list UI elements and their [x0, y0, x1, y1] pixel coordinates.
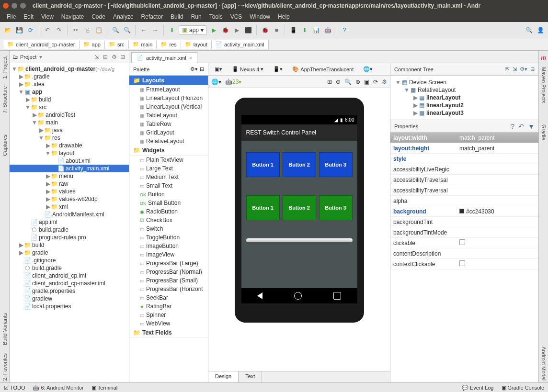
monitor-icon[interactable]: 📊	[311, 25, 321, 35]
debug-icon[interactable]: 🐞	[220, 25, 230, 35]
search-everywhere-icon[interactable]: 🔍	[524, 25, 534, 35]
crumb-app[interactable]: 📁app	[79, 40, 105, 49]
property-row[interactable]: accessibilityLiveRegic	[390, 164, 538, 175]
editor-tab-activity-main[interactable]: 📄 activity_main.xml ×	[131, 52, 197, 63]
text-tab[interactable]: Text	[239, 371, 262, 382]
component-node[interactable]: ▼▦RelativeLayout	[393, 86, 536, 94]
tree-node[interactable]: ▶📁androidTest	[10, 111, 129, 119]
tree-node[interactable]: 📄.gitignore	[10, 257, 129, 264]
tree-node[interactable]: 📄gradlew	[10, 295, 129, 302]
redo-icon[interactable]: ↷	[54, 25, 64, 35]
todo-tab[interactable]: ☑ TODO	[4, 385, 25, 391]
palette-item[interactable]: ▦LinearLayout (Horizon	[129, 94, 208, 102]
button-3b[interactable]: Button 3	[319, 195, 353, 220]
copy-icon[interactable]: ⎘	[82, 25, 92, 35]
palette-item[interactable]: ▭Switch	[129, 224, 208, 233]
menu-tools[interactable]: Tools	[206, 12, 227, 21]
minimize-window-button[interactable]	[11, 3, 17, 9]
tree-node[interactable]: ▼📁res	[10, 134, 129, 142]
tree-node[interactable]: 📄client_android_cp-master.iml	[10, 280, 129, 287]
stop-icon[interactable]: ■	[272, 25, 281, 35]
tree-node[interactable]: ▶📁raw	[10, 180, 129, 188]
cut-icon[interactable]: ✂	[71, 25, 80, 35]
tree-node[interactable]: 📄gradle.properties	[10, 287, 129, 295]
component-node[interactable]: ▼▦Device Screen	[393, 78, 536, 86]
android-icon[interactable]: 🤖	[323, 25, 332, 35]
component-node[interactable]: ▶▦linearLayout	[393, 94, 536, 101]
run-config-selector[interactable]: ▣ app ▾	[179, 25, 207, 35]
close-tab-icon[interactable]: ×	[189, 55, 192, 61]
palette-item[interactable]: ▭ProgressBar (Small)	[129, 276, 208, 285]
user-icon[interactable]: 👤	[536, 25, 545, 35]
tab-captures[interactable]: Captures	[1, 133, 9, 158]
viewport-icon[interactable]: ▣▾	[211, 65, 226, 74]
gear-icon[interactable]: ⚙	[382, 78, 387, 85]
menu-view[interactable]: View	[37, 12, 57, 21]
property-row[interactable]: layout:heightmatch_parent	[390, 143, 538, 154]
property-row[interactable]: background#cc243030	[390, 206, 538, 217]
layout-prefs-icon[interactable]: ▣	[364, 78, 369, 85]
menu-window[interactable]: Window	[246, 12, 274, 21]
palette-item[interactable]: OKButton	[129, 190, 208, 199]
tab-maven[interactable]: Maven Projects	[540, 65, 548, 105]
tree-node[interactable]: 📄client_android_cp.iml	[10, 272, 129, 280]
locale-icon[interactable]: 🌐▾	[360, 65, 376, 74]
tree-node[interactable]: ⬡build.gradle	[10, 226, 129, 234]
tree-node[interactable]: ▼▣app	[10, 88, 129, 96]
tab-project[interactable]: 1: Project	[1, 55, 9, 80]
property-row[interactable]: backgroundTint	[390, 217, 538, 227]
palette-item[interactable]: ▦TableLayout	[129, 111, 208, 120]
palette-item[interactable]: ▦GridLayout	[129, 128, 208, 137]
event-log-tab[interactable]: 💬 Event Log	[462, 385, 494, 391]
palette-item[interactable]: ▦LinearLayout (Vertical	[129, 102, 208, 111]
tab-favorites[interactable]: 2: Favorites	[1, 351, 9, 382]
palette-item[interactable]: ▭Spinner	[129, 311, 208, 319]
android-monitor-tab[interactable]: 🤖 6: Android Monitor	[33, 385, 83, 391]
forward-icon[interactable]: →	[150, 25, 160, 35]
zoom-reset-icon[interactable]: 🔍	[344, 78, 352, 85]
fit-icon[interactable]: ⊞	[327, 78, 332, 85]
tree-node[interactable]: ▶📁build	[10, 241, 129, 249]
menu-build[interactable]: Build	[167, 12, 187, 21]
sdk-icon[interactable]: ⬇	[300, 25, 309, 35]
palette-list[interactable]: 📁Layouts ▦FrameLayout▦LinearLayout (Hori…	[129, 76, 208, 382]
menu-run[interactable]: Run	[187, 12, 206, 21]
zoom-in-icon[interactable]: ⊕	[355, 78, 360, 85]
zoom-out-icon[interactable]: ⊖	[336, 78, 341, 85]
orientation-icon[interactable]: 📱▾	[270, 65, 286, 74]
attach-icon[interactable]: 🐞	[260, 25, 270, 35]
palette-item[interactable]: ★RatingBar	[129, 302, 208, 311]
tree-node[interactable]: 📄proguard-rules.pro	[10, 234, 129, 241]
palette-item[interactable]: ▭Small Text	[129, 181, 208, 190]
rollback-icon[interactable]: ↶	[518, 123, 524, 130]
palette-item[interactable]: ☑CheckBox	[129, 216, 208, 224]
tree-node[interactable]: ▶📁gradle	[10, 249, 129, 257]
palette-item[interactable]: ▦FrameLayout	[129, 85, 208, 94]
menu-navigate[interactable]: Navigate	[57, 12, 88, 21]
tree-node[interactable]: 📄about.xml	[10, 157, 129, 165]
help-icon[interactable]: ?	[511, 123, 514, 130]
property-row[interactable]: alpha	[390, 196, 538, 206]
gear-icon[interactable]: ⚙▾	[190, 66, 198, 72]
menu-help[interactable]: Help	[274, 12, 294, 21]
gear-icon[interactable]: ⚙	[111, 54, 117, 60]
palette-item[interactable]: ▭WebView	[129, 319, 208, 328]
palette-cat-textfields[interactable]: 📁Text Fields	[129, 328, 208, 338]
palette-item[interactable]: ▦TableRow	[129, 120, 208, 128]
project-tree[interactable]: ▼📁client_android_cp-master (~/dev/g▶📁.gr…	[10, 63, 129, 382]
device-selector[interactable]: 📱 Nexus 4▾	[228, 65, 267, 74]
palette-item[interactable]: ▭Medium Text	[129, 173, 208, 181]
palette-item[interactable]: ▭ProgressBar (Horizont	[129, 285, 208, 293]
save-icon[interactable]: 💾	[14, 25, 24, 35]
profile-icon[interactable]: ⬛	[243, 25, 253, 35]
tree-node[interactable]: ▼📁main	[10, 119, 129, 126]
expand-icon[interactable]: ⇲	[93, 54, 100, 60]
tab-android-model[interactable]: Android Model	[540, 345, 548, 382]
tree-node[interactable]: 📄activity_main.xml	[10, 165, 129, 172]
tree-node[interactable]: ▶📁values-w820dp	[10, 195, 129, 203]
property-row[interactable]: layout:widthmatch_parent	[390, 133, 538, 143]
property-row[interactable]: contentDescription	[390, 248, 538, 259]
tab-gradle[interactable]: Gradle	[540, 123, 548, 142]
tree-node[interactable]: ▶📁.gradle	[10, 73, 129, 80]
button-2b[interactable]: Button 2	[283, 195, 316, 220]
